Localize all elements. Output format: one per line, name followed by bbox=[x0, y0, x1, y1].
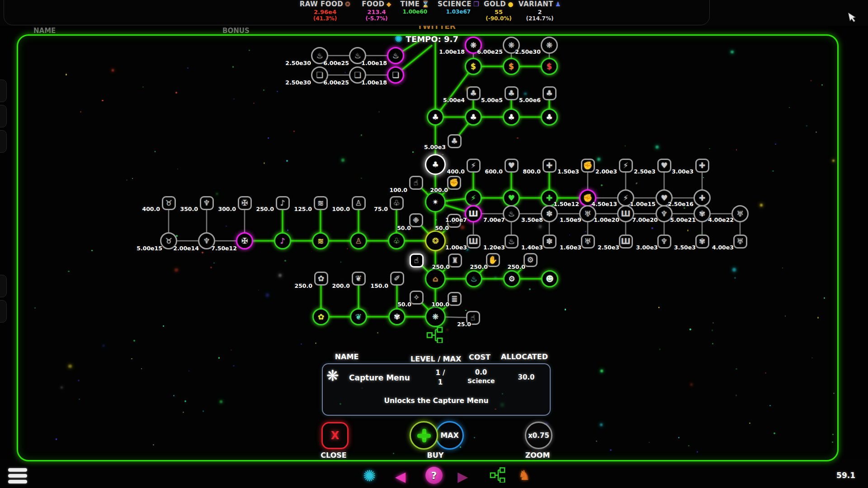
cost-fireheart-sq-1: 1.20e3 bbox=[462, 244, 505, 251]
node-crossheart-c-2[interactable]: ✚ bbox=[693, 189, 711, 206]
node-wand-c[interactable]: ✾ bbox=[388, 308, 406, 325]
cost-book-2: 6.00e25 bbox=[306, 79, 349, 86]
node-bicep-c-1[interactable]: ⚡ bbox=[465, 189, 482, 206]
resource-raw-food: RAW FOOD❂2.96e4(41.3%) bbox=[296, 0, 354, 22]
tree-sub-icon: ♣ bbox=[451, 137, 458, 145]
cost-factory-sq: 250.0 bbox=[482, 263, 525, 270]
node-sled-c[interactable]: ≋ bbox=[312, 232, 329, 249]
cost-mouse-sq: 100.0 bbox=[307, 206, 350, 212]
variant-icon: ♟ bbox=[555, 0, 561, 8]
node-wand-sq[interactable]: ✐ bbox=[390, 272, 404, 286]
side-tab[interactable] bbox=[0, 105, 7, 127]
node-kiwi-c[interactable]: ♪ bbox=[274, 232, 291, 249]
side-tab[interactable] bbox=[0, 80, 7, 102]
factory-sq-icon: ⚙ bbox=[527, 256, 533, 264]
swirl-icon[interactable]: ✺ bbox=[363, 467, 376, 485]
cost-fangheart-sq-2: 2.50e3 bbox=[612, 168, 656, 175]
node-factory-c[interactable]: ⚙ bbox=[503, 270, 520, 287]
cost-wood-sq: 100.0 bbox=[406, 301, 449, 308]
node-book-3[interactable]: ❏ bbox=[387, 66, 404, 84]
node-tree-4[interactable]: ♣ bbox=[541, 108, 558, 126]
cost-manta-c: 7.50e12 bbox=[193, 245, 237, 252]
side-tab[interactable] bbox=[0, 275, 7, 297]
mouse-c-icon: ♙ bbox=[355, 237, 362, 245]
node-fangheart-c-1[interactable]: ♥ bbox=[503, 189, 520, 206]
cost-tree-upg-2: 5.00e5 bbox=[459, 97, 503, 103]
resource-bar: RAW FOOD❂2.96e4(41.3%)FOOD◆213.4(-5.7%)T… bbox=[0, 0, 868, 26]
node-fist-200[interactable]: ✊ bbox=[447, 176, 461, 190]
resource-percent: (-5.7%) bbox=[347, 15, 406, 22]
buy-button[interactable] bbox=[410, 421, 438, 450]
close-button[interactable]: X bbox=[321, 422, 349, 449]
node-tree-3[interactable]: ♣ bbox=[503, 108, 520, 126]
mantis-sq-icon: ♧ bbox=[393, 199, 400, 207]
cost-firehand-sq: 250.0 bbox=[444, 263, 488, 270]
cost-hand-100: 100.0 bbox=[364, 187, 407, 193]
node-cash-2[interactable]: $ bbox=[503, 58, 520, 75]
node-robot-c[interactable]: ☻ bbox=[541, 270, 558, 287]
node-tent[interactable]: ⌂ bbox=[425, 268, 446, 289]
menu-button[interactable] bbox=[8, 468, 27, 486]
campfire-3-icon: ♨ bbox=[392, 52, 399, 60]
kiwi-c-icon: ♪ bbox=[280, 237, 285, 245]
node-mantis-c[interactable]: ♧ bbox=[388, 232, 405, 249]
cost-bank-sq: 250.0 bbox=[406, 263, 450, 270]
crossheart-c-2-icon: ✚ bbox=[699, 194, 705, 202]
cost-book-1: 2.50e30 bbox=[268, 79, 311, 86]
cost-elephant-sq: 400.0 bbox=[117, 206, 160, 212]
cost-fireheart-c-1: 7.00e7 bbox=[462, 216, 505, 223]
cost-kiwi-sq: 250.0 bbox=[231, 206, 274, 212]
node-wood-sq[interactable]: ≣ bbox=[448, 292, 462, 306]
campfire-1-icon: ♨ bbox=[316, 52, 323, 60]
node-cash-3[interactable]: $ bbox=[541, 58, 558, 75]
help-button[interactable]: ? bbox=[425, 467, 443, 484]
node-campfire-3[interactable]: ♨ bbox=[387, 47, 404, 64]
cost-bicep-sq-2: 2.00e3 bbox=[574, 168, 617, 175]
tree-upg-3-icon: ♣ bbox=[546, 89, 552, 97]
elephant-c-icon: ♉ bbox=[165, 237, 172, 245]
zoom-button[interactable]: x0.75 bbox=[525, 422, 552, 449]
node-factory-sq[interactable]: ⚙ bbox=[524, 253, 538, 267]
side-tab[interactable] bbox=[0, 130, 7, 153]
node-manta-c[interactable]: ✠ bbox=[236, 232, 253, 249]
node-tree-1[interactable]: ♣ bbox=[427, 108, 444, 126]
tree-view-icon[interactable] bbox=[425, 327, 445, 343]
cost-crossheart-c-2: 2.50e16 bbox=[650, 201, 693, 207]
node-web-3[interactable]: ❋ bbox=[541, 37, 558, 54]
node-crossheart-sq-2[interactable]: ✚ bbox=[695, 159, 709, 173]
capture-menu-icon: ❋ bbox=[432, 313, 439, 321]
fps-counter: 59.1 bbox=[815, 471, 855, 480]
max-button[interactable]: MAX bbox=[435, 421, 464, 450]
cost-web-3: 2.50e30 bbox=[497, 48, 541, 55]
buy-label: BUY bbox=[417, 451, 453, 460]
cost-crossheart-sq-1: 800.0 bbox=[497, 168, 541, 175]
tree-view-toolbar-icon[interactable] bbox=[490, 467, 507, 483]
node-tree-sub[interactable]: ♣ bbox=[448, 134, 462, 148]
node-cash-1[interactable]: $ bbox=[465, 58, 482, 75]
tree-upg-1-icon: ♣ bbox=[470, 89, 476, 97]
next-arrow-icon[interactable]: ▶ bbox=[458, 469, 468, 484]
wand-c-icon: ✾ bbox=[394, 313, 400, 321]
node-mantis-sq[interactable]: ♧ bbox=[390, 196, 404, 210]
level-max-top: 1 / bbox=[427, 369, 454, 377]
background-column-bonus: BONUS bbox=[222, 27, 250, 35]
cost-web-2: 6.00e25 bbox=[459, 48, 503, 55]
node-mouse-c[interactable]: ♙ bbox=[350, 232, 367, 249]
node-antlerheart-sq-2[interactable]: ♅ bbox=[733, 235, 747, 249]
node-fire-c[interactable]: ♨ bbox=[465, 270, 482, 287]
side-tab[interactable] bbox=[0, 300, 7, 323]
node-apple-c[interactable]: ✿ bbox=[312, 308, 330, 325]
node-tree-upg-3[interactable]: ♣ bbox=[542, 86, 557, 100]
cost-flea-50: 50.0 bbox=[368, 225, 411, 231]
node-antlerheart-c-2[interactable]: ♅ bbox=[731, 205, 749, 222]
node-tree-2[interactable]: ♣ bbox=[465, 108, 482, 126]
cost-bicep-sq-1: 400.0 bbox=[421, 168, 465, 175]
tree-upg-2-icon: ♣ bbox=[508, 89, 514, 97]
node-hub[interactable]: ✴ bbox=[425, 192, 446, 212]
prev-arrow-icon[interactable]: ◀ bbox=[395, 469, 406, 484]
node-forage-c[interactable]: ❦ bbox=[350, 308, 367, 325]
cost-pawheart-c-1: 3.50e8 bbox=[500, 216, 543, 223]
cost-tentacleheart-sq: 3.00e3 bbox=[614, 244, 658, 251]
creature-icon[interactable]: ♞ bbox=[518, 467, 530, 483]
hand-25-icon: ☝ bbox=[471, 314, 475, 322]
